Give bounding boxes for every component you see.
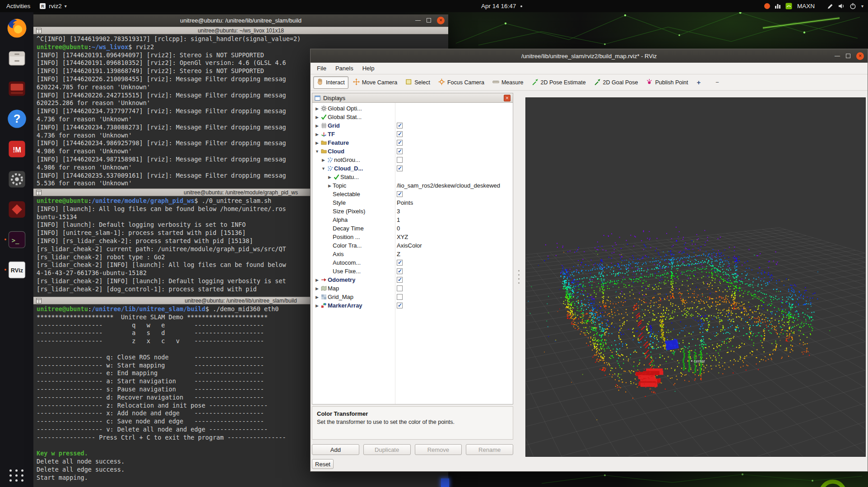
dock-item-settings[interactable]: [4, 166, 29, 192]
expand-arrow-icon[interactable]: ▶: [314, 141, 320, 145]
display-row-global-stat[interactable]: ▶Global Stat...: [312, 113, 513, 121]
expand-arrow-icon[interactable]: ▶: [314, 295, 320, 299]
collapse-arrow-icon[interactable]: ▼: [314, 149, 320, 154]
display-row-markerarray[interactable]: ▶MarkerArray: [312, 301, 513, 310]
terminal-titlebar[interactable]: unitree@ubuntu: /unitree/lib/unitree_sla…: [33, 14, 448, 27]
enabled-checkbox[interactable]: [397, 148, 403, 154]
add-button[interactable]: Add: [312, 444, 359, 455]
property-value[interactable]: Z: [395, 251, 400, 257]
enabled-checkbox[interactable]: [397, 294, 403, 300]
reset-button[interactable]: Reset: [312, 459, 334, 469]
display-row-style[interactable]: StylePoints: [312, 198, 513, 207]
property-value[interactable]: 0: [395, 225, 400, 232]
enabled-checkbox[interactable]: [397, 140, 403, 146]
property-value[interactable]: 3: [395, 208, 400, 215]
display-row-tf[interactable]: ▶TF: [312, 130, 513, 138]
display-row-topic[interactable]: ▶Topic/lio_sam_ros2/deskew/cloud_deskewe…: [312, 181, 513, 190]
rename-button[interactable]: Rename: [466, 444, 513, 455]
expand-arrow-icon[interactable]: ▶: [320, 158, 326, 162]
enabled-checkbox[interactable]: [397, 277, 403, 283]
display-row-color-tra[interactable]: Color Tra...AxisColor: [312, 241, 513, 250]
panel-splitter[interactable]: [517, 270, 520, 288]
minimize-button[interactable]: —: [835, 53, 840, 59]
property-value[interactable]: 1: [395, 216, 400, 223]
close-button[interactable]: ×: [437, 17, 445, 24]
dock-item-media-player[interactable]: [4, 76, 29, 101]
expand-arrow-icon[interactable]: ▶: [314, 278, 320, 282]
rviz-titlebar[interactable]: /unitree/lib/unitree_slam/rviz2/build_ma…: [311, 49, 868, 63]
app-menu[interactable]: R rviz2 ▾: [39, 3, 67, 9]
property-value[interactable]: Points: [395, 199, 413, 206]
viewport-canvas[interactable]: [526, 98, 865, 456]
display-row-position[interactable]: Position ...XYZ: [312, 233, 513, 241]
display-row-feature[interactable]: ▶Feature: [312, 138, 513, 147]
tool-focus-camera[interactable]: Focus Camera: [435, 76, 488, 89]
add-tool-button[interactable]: +: [692, 78, 705, 87]
display-row-statu[interactable]: ▶Statu...: [312, 173, 513, 181]
expand-arrow-icon[interactable]: ▶: [314, 132, 320, 137]
property-value[interactable]: /lio_sam_ros2/deskew/cloud_deskewed: [395, 182, 500, 189]
display-row-cloud[interactable]: ▼Cloud: [312, 147, 513, 156]
tool-publish-point[interactable]: Publish Point: [642, 76, 692, 89]
enabled-checkbox[interactable]: [397, 123, 403, 129]
display-row-alpha[interactable]: Alpha1: [312, 216, 513, 224]
expand-arrow-icon[interactable]: ▶: [314, 124, 320, 128]
enabled-checkbox[interactable]: [397, 303, 403, 308]
expand-arrow-icon[interactable]: ▶: [327, 184, 333, 188]
expand-arrow-icon[interactable]: ▶: [314, 286, 320, 291]
tool-interact[interactable]: Interact: [313, 76, 348, 89]
clock[interactable]: Apr 14 16:47: [481, 3, 516, 9]
minimize-button[interactable]: —: [415, 18, 421, 23]
dock-item-files[interactable]: [4, 46, 29, 71]
menu-file[interactable]: File: [312, 63, 331, 74]
tool-2d-pose-estimate[interactable]: 2D Pose Estimate: [528, 76, 589, 89]
viewport[interactable]: [525, 97, 866, 457]
display-row-global-opti[interactable]: ▶Global Opti...: [312, 104, 513, 113]
expand-arrow-icon[interactable]: ▶: [314, 106, 320, 111]
dock-item-terminal[interactable]: >_: [4, 227, 29, 252]
enabled-checkbox[interactable]: [397, 268, 403, 274]
enabled-checkbox[interactable]: [397, 285, 403, 291]
tool-2d-goal-pose[interactable]: 2D Goal Pose: [590, 76, 642, 89]
menu-help[interactable]: Help: [358, 63, 379, 74]
displays-panel-header[interactable]: Displays ×: [312, 93, 513, 103]
enabled-checkbox[interactable]: [397, 260, 403, 266]
activities-button[interactable]: Activities: [6, 3, 30, 9]
expand-arrow-icon[interactable]: ▶: [314, 303, 320, 308]
dock-item-rviz[interactable]: RViz: [4, 257, 29, 282]
duplicate-button[interactable]: Duplicate: [363, 444, 411, 455]
toolbar-minimize-button[interactable]: −: [712, 78, 723, 87]
system-tray[interactable]: MAXN ▾: [764, 3, 863, 9]
tool-move-camera[interactable]: Move Camera: [349, 76, 401, 89]
enabled-checkbox[interactable]: [397, 157, 403, 163]
display-row-size-pixels[interactable]: Size (Pixels)3: [312, 207, 513, 216]
property-value[interactable]: XYZ: [395, 234, 408, 240]
tool-select[interactable]: Select: [402, 76, 434, 89]
dock-item-m-app[interactable]: !M: [4, 136, 29, 161]
tool-measure[interactable]: Measure: [489, 76, 527, 89]
show-applications-button[interactable]: [9, 469, 24, 482]
display-row-use-fixe[interactable]: Use Fixe...: [312, 267, 513, 276]
dock-item-help[interactable]: ?: [4, 106, 29, 131]
display-row-notgrou[interactable]: ▶notGrou...: [312, 156, 513, 164]
maximize-button[interactable]: [427, 18, 431, 23]
close-button[interactable]: ×: [856, 52, 864, 60]
collapse-arrow-icon[interactable]: ▼: [320, 166, 326, 171]
display-row-cloud-d[interactable]: ▼Cloud_D...: [312, 164, 513, 173]
display-row-map[interactable]: ▶Map: [312, 284, 513, 293]
remove-button[interactable]: Remove: [415, 444, 462, 455]
display-row-odometry[interactable]: ▶Odometry: [312, 276, 513, 284]
display-row-autocom[interactable]: Autocom...: [312, 258, 513, 267]
dock-item-software[interactable]: [4, 197, 29, 222]
expand-arrow-icon[interactable]: ▶: [314, 115, 320, 119]
enabled-checkbox[interactable]: [397, 191, 403, 197]
enabled-checkbox[interactable]: [397, 131, 403, 137]
enabled-checkbox[interactable]: [397, 165, 403, 171]
dock-item-firefox[interactable]: [4, 15, 29, 41]
menu-panels[interactable]: Panels: [331, 63, 358, 74]
display-row-axis[interactable]: AxisZ: [312, 250, 513, 258]
expand-arrow-icon[interactable]: ▶: [327, 175, 333, 179]
panel-close-icon[interactable]: ×: [504, 95, 511, 101]
maximize-button[interactable]: [846, 54, 850, 58]
display-row-grid-map[interactable]: ▶Grid_Map: [312, 293, 513, 301]
